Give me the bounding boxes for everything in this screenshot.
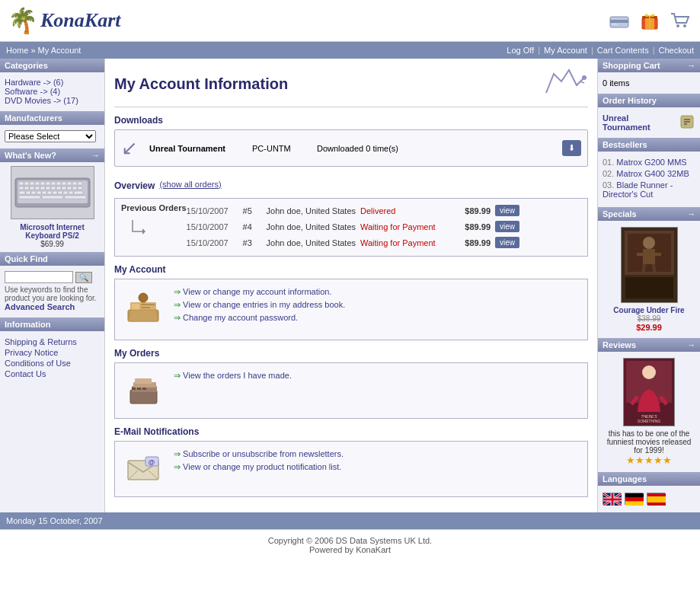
quickfind-content: 🔍 Use keywords to find the product you a… — [0, 269, 104, 317]
svg-rect-45 — [63, 191, 68, 194]
svg-rect-14 — [24, 182, 29, 185]
svg-rect-57 — [141, 307, 150, 308]
svg-rect-44 — [58, 191, 62, 194]
whatsnew-title: What's New? → — [0, 148, 104, 162]
info-links: Shipping & Returns Privacy Notice Condit… — [0, 334, 104, 383]
svg-rect-6 — [645, 18, 649, 29]
contact-link[interactable]: Contact Us — [5, 369, 100, 378]
quickfind-title: Quick Find — [0, 252, 104, 266]
reviews-arrow: → — [687, 340, 695, 349]
bestseller-link-0[interactable]: Matrox G200 MMS — [616, 158, 686, 167]
svg-rect-65 — [142, 388, 146, 390]
view-address-book-link[interactable]: View or change entries in my address boo… — [174, 300, 345, 310]
svg-point-51 — [582, 75, 587, 80]
navbar: Home » My Account Log Off | My Account |… — [0, 42, 700, 59]
cart-contents-link[interactable]: Cart Contents — [597, 46, 649, 55]
conditions-link[interactable]: Conditions of Use — [5, 359, 100, 368]
view-order-0-button[interactable]: view — [495, 205, 519, 216]
view-orders-link[interactable]: View the orders I have made. — [174, 371, 292, 381]
category-hardware[interactable]: Hardware -> (6) — [5, 78, 63, 87]
quickfind-row: 🔍 — [5, 271, 100, 283]
table-row: 15/10/2007 #5 John doe, United States De… — [187, 203, 581, 218]
palm-icon: 🌴 — [8, 6, 38, 35]
svg-rect-17 — [40, 182, 45, 185]
flag-spain[interactable] — [647, 493, 665, 505]
svg-rect-23 — [72, 182, 77, 185]
advanced-search-link[interactable]: Advanced Search — [5, 302, 75, 311]
flag-uk[interactable] — [603, 493, 621, 505]
overview-row: Overview (show all orders) — [114, 174, 588, 194]
orders-box: Previous Orders 15/10/2007 #5 John doe, … — [114, 198, 588, 257]
shipping-link[interactable]: Shipping & Returns — [5, 337, 100, 346]
header: 🌴 KonaKart — [0, 0, 700, 42]
view-order-1-button[interactable]: view — [495, 221, 519, 232]
svg-rect-92 — [625, 502, 644, 506]
download-button[interactable]: ⬇ — [562, 140, 581, 156]
footer-copyright: Copyright © 2006 DS Data Systems UK Ltd.… — [0, 529, 700, 560]
svg-rect-38 — [26, 191, 30, 194]
flag-germany[interactable] — [625, 493, 643, 505]
center-content: My Account Information Downloads ↙ Unrea… — [105, 59, 597, 512]
download-sku: PC-UNTM — [252, 144, 305, 153]
svg-rect-62 — [135, 378, 152, 384]
languages-title: Languages — [598, 472, 700, 486]
svg-rect-48 — [19, 196, 40, 199]
myorders-links: View the orders I have made. — [174, 371, 292, 384]
previous-orders-label: Previous Orders — [121, 203, 187, 212]
svg-rect-16 — [35, 182, 40, 185]
svg-point-8 — [676, 24, 679, 27]
svg-line-77 — [643, 264, 644, 275]
search-button[interactable]: 🔍 — [75, 272, 92, 283]
email-links: Subscribe or unsubscribe from newsletter… — [174, 449, 344, 475]
svg-rect-27 — [30, 187, 34, 190]
svg-rect-7 — [650, 18, 654, 29]
left-sidebar: Categories Hardware -> (6) Software -> (… — [0, 59, 105, 512]
orders-label-col: Previous Orders — [121, 203, 187, 241]
change-password-link[interactable]: Change my account password. — [174, 313, 345, 323]
special-product-image: COURAGE UNDER FIRE — [621, 227, 678, 303]
svg-rect-56 — [141, 304, 155, 305]
svg-rect-36 — [78, 187, 82, 190]
svg-rect-42 — [47, 191, 52, 194]
svg-rect-47 — [74, 191, 83, 194]
show-all-orders-link[interactable]: (show all orders) — [159, 180, 221, 189]
svg-rect-43 — [53, 191, 57, 194]
search-input[interactable] — [5, 271, 73, 283]
email-section-header: E-Mail Notifications — [114, 426, 588, 437]
checkout-link[interactable]: Checkout — [659, 46, 694, 55]
specials-content: COURAGE UNDER FIRE Courage Under Fire $3… — [598, 224, 700, 338]
view-order-2-button[interactable]: view — [495, 237, 519, 248]
view-account-info-link[interactable]: View or change my account information. — [174, 287, 345, 297]
order-history-title: Order History — [598, 94, 700, 107]
subscribe-link[interactable]: Subscribe or unsubscribe from newsletter… — [174, 449, 344, 459]
breadcrumb: Home » My Account — [6, 46, 507, 55]
manufacturers-select[interactable]: Please Select — [5, 130, 96, 142]
myaccount-icon — [124, 287, 162, 332]
manufacturers-title: Manufacturers — [0, 111, 104, 125]
copyright-text: Copyright © 2006 DS Data Systems UK Ltd. — [6, 536, 694, 545]
email-box: @ Subscribe or unsubscribe from newslett… — [114, 441, 588, 497]
table-row: 15/10/2007 #3 John doe, United States Wa… — [187, 235, 581, 250]
svg-rect-50 — [65, 196, 86, 199]
category-dvd[interactable]: DVD Movies -> (17) — [5, 96, 78, 105]
specials-title: Specials → — [598, 207, 700, 221]
bestseller-link-1[interactable]: Matrox G400 32MB — [616, 169, 689, 178]
svg-rect-1 — [610, 20, 628, 23]
svg-rect-94 — [647, 496, 666, 502]
cart-icon — [668, 10, 692, 31]
category-software[interactable]: Software -> (4) — [5, 87, 60, 96]
review-product-image: THERE'S SOMETHING — [623, 358, 675, 426]
categories-title: Categories — [0, 59, 104, 72]
svg-rect-81 — [625, 277, 673, 298]
shopping-cart-content: 0 items — [598, 75, 700, 94]
svg-rect-33 — [62, 187, 66, 190]
svg-rect-34 — [67, 187, 72, 190]
myorders-section-header: My Orders — [114, 348, 588, 359]
svg-marker-52 — [142, 228, 145, 234]
myaccount-link[interactable]: My Account — [544, 46, 587, 55]
logout-link[interactable]: Log Off — [507, 46, 534, 55]
privacy-link[interactable]: Privacy Notice — [5, 348, 100, 357]
footer-date: Monday 15 October, 2007 — [6, 516, 103, 525]
svg-point-84 — [642, 365, 656, 379]
product-notification-link[interactable]: View or change my product notification l… — [174, 462, 344, 472]
